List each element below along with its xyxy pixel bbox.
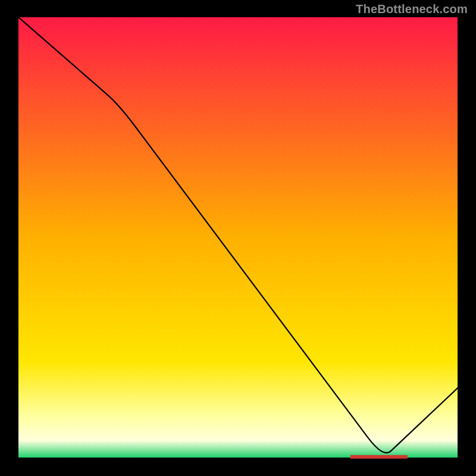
optimal-marker xyxy=(350,455,408,459)
plot-area xyxy=(18,17,458,458)
chart-stage: TheBottleneck.com xyxy=(0,0,476,476)
chart-svg xyxy=(0,0,476,476)
attribution-text: TheBottleneck.com xyxy=(356,2,468,16)
